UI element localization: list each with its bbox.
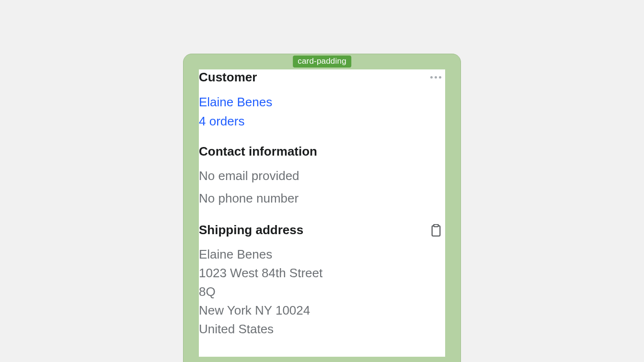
more-actions-icon[interactable] xyxy=(428,74,443,80)
shipping-heading: Shipping address xyxy=(199,222,303,238)
contact-email: No email provided xyxy=(199,167,445,185)
shipping-line: United States xyxy=(199,320,445,339)
shipping-line: New York NY 10024 xyxy=(199,301,445,320)
svg-rect-0 xyxy=(432,226,440,236)
clipboard-icon[interactable] xyxy=(430,224,442,237)
customer-heading: Customer xyxy=(199,69,257,86)
shipping-line: 1023 West 84th Street xyxy=(199,264,445,283)
padding-token-badge: card-padding xyxy=(293,56,351,68)
shipping-line: Elaine Benes xyxy=(199,245,445,264)
shipping-address: Elaine Benes 1023 West 84th Street 8Q Ne… xyxy=(199,245,445,339)
contact-section: Contact information No email provided No… xyxy=(199,144,445,208)
customer-card: Customer Elaine Benes 4 orders Contact i… xyxy=(199,69,445,357)
customer-section: Customer Elaine Benes 4 orders xyxy=(199,69,445,129)
customer-orders-link[interactable]: 4 orders xyxy=(199,113,244,130)
shipping-section: Shipping address Elaine Benes 1023 West … xyxy=(199,222,445,339)
shipping-line: 8Q xyxy=(199,283,445,301)
contact-phone: No phone number xyxy=(199,189,445,208)
customer-name-link[interactable]: Elaine Benes xyxy=(199,94,272,111)
svg-rect-1 xyxy=(434,225,438,227)
card-padding-demo: card-padding Customer Elaine Benes 4 ord… xyxy=(183,54,461,362)
contact-heading: Contact information xyxy=(199,144,445,160)
